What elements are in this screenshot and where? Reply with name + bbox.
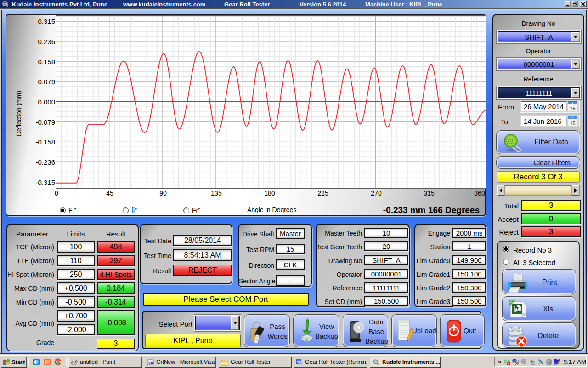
svg-text:VB: VB bbox=[297, 360, 301, 363]
svg-text:KI: KI bbox=[45, 360, 50, 365]
svg-text:VB: VB bbox=[148, 361, 153, 365]
